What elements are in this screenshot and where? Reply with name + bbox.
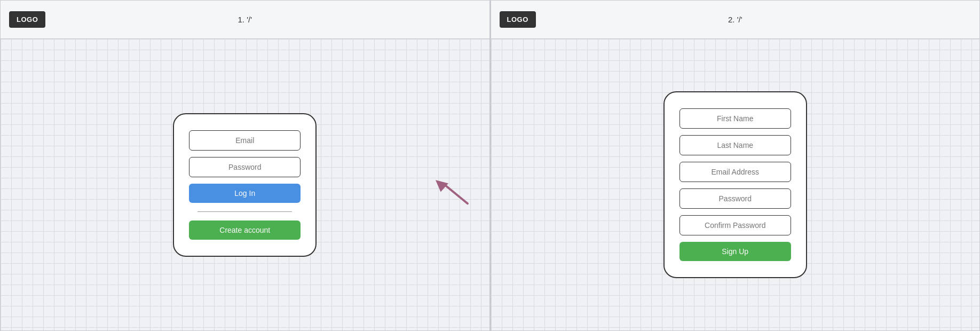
last-name-input[interactable] xyxy=(679,135,791,155)
login-button[interactable]: Log In xyxy=(189,184,301,203)
panel1-title: 1. '/' xyxy=(238,15,252,24)
panel1-body: Log In Create account xyxy=(1,39,489,330)
email-address-input[interactable] xyxy=(679,162,791,182)
panel2-header: LOGO 2. '/' xyxy=(491,1,980,39)
panel-signup: LOGO 2. '/' Sign Up xyxy=(490,0,981,331)
panel2-logo: LOGO xyxy=(500,11,536,28)
login-form-card: Log In Create account xyxy=(173,113,317,257)
signup-password-input[interactable] xyxy=(679,188,791,209)
email-input[interactable] xyxy=(189,130,301,151)
panel1-logo: LOGO xyxy=(9,11,45,28)
first-name-input[interactable] xyxy=(679,108,791,129)
panel2-body: Sign Up xyxy=(491,39,980,330)
password-input[interactable] xyxy=(189,157,301,177)
form-divider xyxy=(197,211,292,212)
panel2-title: 2. '/' xyxy=(728,15,742,24)
panel-login: LOGO 1. '/' Log In Create account xyxy=(0,0,490,331)
signup-form-card: Sign Up xyxy=(663,91,807,278)
panel1-header: LOGO 1. '/' xyxy=(1,1,489,39)
signup-button[interactable]: Sign Up xyxy=(679,242,791,261)
create-account-button[interactable]: Create account xyxy=(189,220,301,240)
confirm-password-input[interactable] xyxy=(679,215,791,235)
